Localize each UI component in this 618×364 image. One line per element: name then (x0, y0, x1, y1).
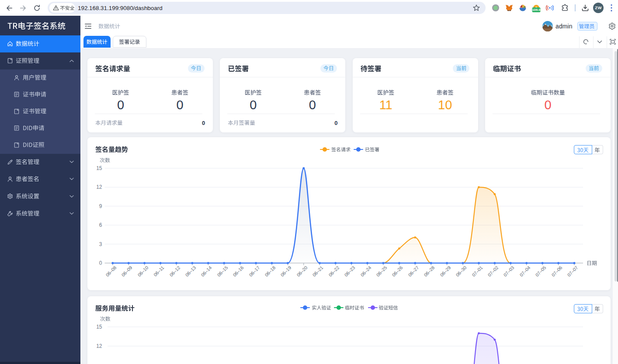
svg-text:109.0: 109.0 (532, 8, 541, 12)
